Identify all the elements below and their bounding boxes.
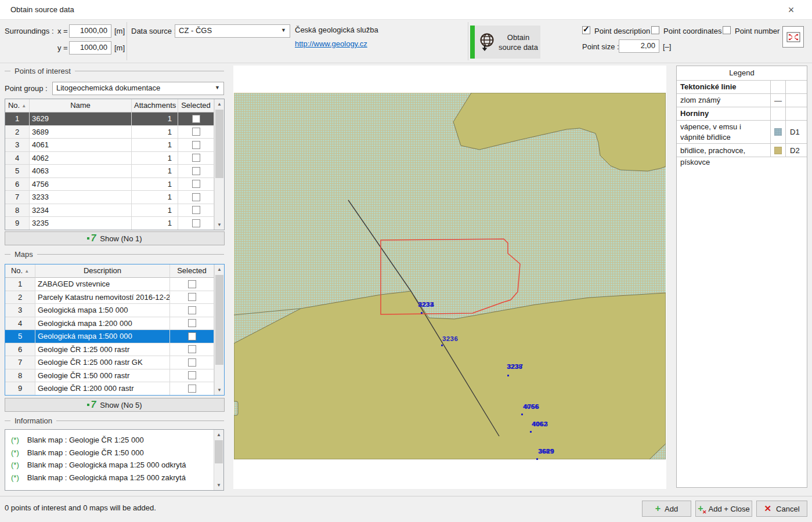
map-point-label: 40664756 (523, 403, 539, 410)
row-checkbox[interactable] (188, 385, 196, 393)
table-row[interactable]: 136291 (5, 113, 214, 126)
row-checkbox[interactable] (188, 280, 196, 288)
table-row[interactable]: 832341 (5, 204, 214, 217)
toolbar: Surroundings : x = 1000,00 [m] y = 1000,… (0, 20, 812, 63)
toolbar-separator (127, 22, 127, 60)
scrollbar-thumb[interactable] (215, 110, 223, 178)
scroll-up-icon[interactable]: ▲ (215, 264, 224, 274)
table-row[interactable]: 7Geologie ČR 1:25 000 rastr GK (5, 356, 214, 369)
scrollbar-thumb[interactable] (215, 440, 223, 463)
point-number-checkbox[interactable] (723, 26, 731, 34)
maps-table-header[interactable]: No.▲ Description Selected (5, 264, 214, 278)
row-checkbox[interactable] (192, 167, 200, 175)
row-checkbox[interactable] (192, 206, 200, 214)
row-checkbox[interactable] (192, 180, 200, 188)
x-unit: [m] (114, 27, 125, 35)
obtain-source-data-dialog: Obtain source data × Surroundings : x = … (0, 0, 812, 522)
map-point-label: 3236 (442, 335, 458, 342)
footer-divider (0, 496, 812, 496)
table-row[interactable]: 647561 (5, 178, 214, 191)
map-point-dot (521, 414, 523, 415)
plus-close-icon: +✕ (698, 503, 703, 514)
row-checkbox[interactable] (188, 371, 196, 379)
table-row[interactable]: 932351 (5, 217, 214, 230)
point-group-label: Point group : (5, 84, 48, 93)
show-map-button[interactable]: 7 Show (No 5) (5, 398, 225, 412)
map-viewport[interactable]: 32333234 3236 32383237 40664756 40624063… (233, 66, 666, 489)
legend-fault-row: zlom známý — (677, 94, 807, 107)
points-table-header[interactable]: No.▲ Name Attachments Selected (5, 99, 214, 113)
surroundings-y-input[interactable]: 1000,00 (69, 41, 111, 55)
table-row[interactable]: 440621 (5, 152, 214, 165)
show-icon (87, 404, 89, 406)
toolbar-separator-2 (468, 22, 468, 60)
table-row[interactable]: 4Geologická mapa 1:200 000 (5, 317, 214, 331)
obtain-source-data-button[interactable]: Obtain source data (470, 26, 540, 59)
info-item: (*)Blank map : Geologie ČR 1:50 000 (11, 447, 214, 459)
surroundings-label: Surroundings : (5, 27, 54, 35)
scroll-down-icon[interactable]: ▼ (215, 385, 224, 395)
point-size-unit: [–] (663, 42, 671, 51)
close-icon[interactable]: × (784, 3, 798, 16)
d1-color-swatch (774, 128, 782, 136)
row-checkbox[interactable] (192, 193, 200, 201)
obtain-label-line2: source data (499, 42, 538, 52)
table-row[interactable]: 732331 (5, 191, 214, 204)
row-checkbox[interactable] (188, 358, 196, 367)
row-checkbox[interactable] (192, 128, 200, 136)
scroll-up-icon[interactable]: ▲ (214, 430, 223, 440)
scrollbar-thumb[interactable] (215, 275, 223, 365)
row-checkbox[interactable] (188, 332, 196, 340)
add-button[interactable]: + Add (642, 501, 691, 517)
row-checkbox[interactable] (192, 141, 200, 149)
row-checkbox[interactable] (188, 319, 196, 327)
row-checkbox[interactable] (188, 306, 196, 314)
table-row[interactable]: 1ZABAGED vrstevnice (5, 278, 214, 291)
scroll-down-icon[interactable]: ▼ (215, 220, 224, 230)
show-point-button[interactable]: 7 Show (No 1) (5, 231, 225, 245)
table-row[interactable]: 2Parcely Katastru nemovitostí 2016-12-20 (5, 291, 214, 304)
point-group-select[interactable]: Litogeochemická dokumentace ▼ (52, 82, 224, 95)
y-label: y = (57, 44, 68, 52)
table-row[interactable]: 3Geologická mapa 1:50 000 (5, 304, 214, 317)
table-row[interactable]: 340611 (5, 139, 214, 152)
table-row[interactable]: 9Geologie ČR 1:200 000 rastr (5, 382, 214, 395)
geological-map: 32333234 3236 32383237 40664756 40624063… (234, 93, 666, 459)
information-scrollbar[interactable]: ▲ ▼ (214, 430, 223, 490)
surroundings-x-input[interactable]: 1000,00 (69, 24, 111, 38)
maps-table-scrollbar[interactable]: ▲ ▼ (214, 264, 224, 395)
data-source-select[interactable]: CZ - ČGS ▼ (175, 24, 290, 38)
scroll-up-icon[interactable]: ▲ (215, 99, 224, 109)
point-coordinates-label: Point coordinates (663, 27, 721, 35)
row-checkbox[interactable] (188, 293, 196, 301)
row-checkbox[interactable] (192, 154, 200, 162)
points-table-scrollbar[interactable]: ▲ ▼ (214, 99, 224, 230)
table-row[interactable]: 8Geologie ČR 1:50 000 rastr (5, 369, 214, 383)
row-checkbox[interactable] (192, 219, 200, 227)
point-size-input[interactable]: 2,00 (619, 39, 659, 53)
chevron-down-icon: ▼ (215, 85, 220, 90)
add-close-button[interactable]: +✕ Add + Close (695, 501, 752, 517)
zoom-extents-button[interactable] (782, 26, 804, 48)
scroll-down-icon[interactable]: ▼ (214, 480, 223, 490)
point-description-checkbox[interactable]: ✓ (582, 26, 590, 34)
table-row[interactable]: 236891 (5, 126, 214, 139)
provider-link[interactable]: http://www.geology.cz (295, 39, 367, 48)
table-row[interactable]: 6Geologie ČR 1:25 000 rastr (5, 343, 214, 357)
point-coordinates-checkbox[interactable] (651, 26, 659, 34)
table-row-selected[interactable]: 5Geologická mapa 1:500 000 (5, 330, 214, 343)
map-point-label: 32383237 (507, 363, 522, 370)
provider-name: Česká geologická služba (295, 26, 378, 34)
plus-icon: + (655, 503, 661, 514)
row-checkbox[interactable] (188, 345, 196, 353)
map-point-dot (507, 375, 509, 376)
map-point-label: 32333234 (418, 301, 434, 308)
sort-asc-icon: ▲ (24, 269, 29, 274)
show-icon (87, 237, 89, 240)
check-icon: ✓ (583, 24, 590, 34)
row-checkbox[interactable] (192, 115, 200, 123)
table-row[interactable]: 540631 (5, 165, 214, 178)
legend-d2-row: břidlice, prachovce, pískovce D2 (677, 144, 807, 157)
cancel-button[interactable]: ✕ Cancel (756, 501, 807, 517)
titlebar: Obtain source data × (0, 0, 812, 20)
